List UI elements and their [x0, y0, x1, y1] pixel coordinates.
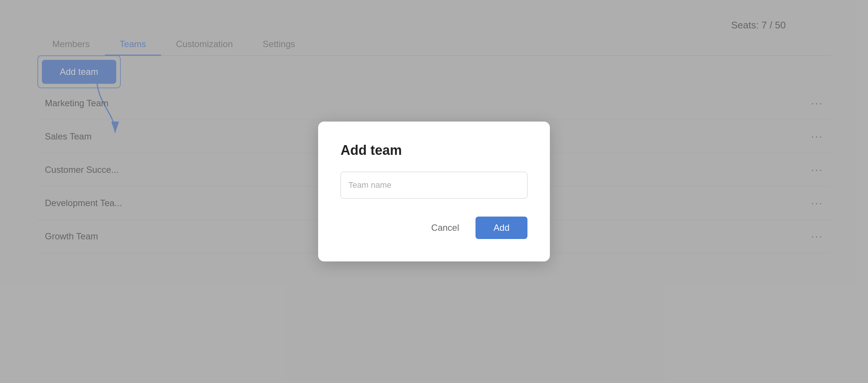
add-button[interactable]: Add	[475, 217, 527, 239]
cancel-button[interactable]: Cancel	[424, 217, 467, 238]
add-team-modal: Add team Cancel Add	[318, 122, 550, 261]
modal-title: Add team	[341, 143, 527, 158]
modal-overlay: Add team Cancel Add	[0, 0, 868, 383]
team-name-input[interactable]	[341, 172, 527, 199]
modal-actions: Cancel Add	[341, 217, 527, 239]
page-container: Seats: 7 / 50 Members Teams Customizatio…	[0, 0, 868, 383]
